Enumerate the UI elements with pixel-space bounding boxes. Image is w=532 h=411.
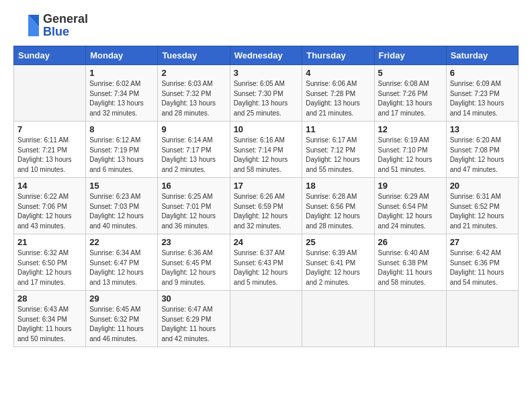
calendar-cell	[302, 291, 374, 347]
calendar-cell: 13Sunrise: 6:20 AM Sunset: 7:08 PM Dayli…	[446, 122, 518, 178]
calendar-table: SundayMondayTuesdayWednesdayThursdayFrid…	[13, 46, 519, 347]
cell-content: Sunrise: 6:43 AM Sunset: 6:34 PM Dayligh…	[17, 305, 82, 344]
cell-content: Sunrise: 6:45 AM Sunset: 6:32 PM Dayligh…	[89, 305, 154, 344]
cell-content: Sunrise: 6:20 AM Sunset: 7:08 PM Dayligh…	[450, 136, 515, 175]
cell-content: Sunrise: 6:05 AM Sunset: 7:30 PM Dayligh…	[234, 79, 299, 118]
calendar-cell: 28Sunrise: 6:43 AM Sunset: 6:34 PM Dayli…	[14, 291, 86, 347]
day-number: 12	[378, 124, 443, 134]
calendar-header: SundayMondayTuesdayWednesdayThursdayFrid…	[14, 46, 519, 65]
day-number: 11	[306, 124, 370, 134]
cell-content: Sunrise: 6:28 AM Sunset: 6:56 PM Dayligh…	[306, 192, 370, 231]
calendar-cell: 25Sunrise: 6:39 AM Sunset: 6:41 PM Dayli…	[302, 234, 374, 291]
cell-content: Sunrise: 6:22 AM Sunset: 7:06 PM Dayligh…	[17, 192, 82, 231]
day-number: 7	[17, 124, 82, 134]
calendar-body: 1Sunrise: 6:02 AM Sunset: 7:34 PM Daylig…	[14, 65, 519, 347]
day-header-wednesday: Wednesday	[230, 46, 302, 65]
day-header-saturday: Saturday	[446, 46, 518, 65]
logo-text-general: General	[43, 12, 88, 26]
day-number: 27	[450, 237, 515, 247]
calendar-cell: 24Sunrise: 6:37 AM Sunset: 6:43 PM Dayli…	[230, 234, 302, 291]
calendar-cell	[14, 65, 86, 122]
day-number: 16	[161, 181, 226, 191]
cell-content: Sunrise: 6:19 AM Sunset: 7:10 PM Dayligh…	[378, 136, 443, 175]
calendar-cell: 11Sunrise: 6:17 AM Sunset: 7:12 PM Dayli…	[302, 122, 374, 178]
calendar-week-1: 1Sunrise: 6:02 AM Sunset: 7:34 PM Daylig…	[14, 65, 519, 122]
day-number: 21	[17, 237, 82, 247]
calendar-cell: 18Sunrise: 6:28 AM Sunset: 6:56 PM Dayli…	[302, 178, 374, 234]
calendar-cell	[446, 291, 518, 347]
day-number: 26	[378, 237, 443, 247]
cell-content: Sunrise: 6:34 AM Sunset: 6:47 PM Dayligh…	[89, 248, 154, 287]
day-header-sunday: Sunday	[14, 46, 86, 65]
calendar-cell: 7Sunrise: 6:11 AM Sunset: 7:21 PM Daylig…	[14, 122, 86, 178]
calendar-cell: 2Sunrise: 6:03 AM Sunset: 7:32 PM Daylig…	[158, 65, 230, 122]
logo-text-blue: Blue	[43, 25, 69, 38]
cell-content: Sunrise: 6:37 AM Sunset: 6:43 PM Dayligh…	[234, 248, 299, 287]
cell-content: Sunrise: 6:29 AM Sunset: 6:54 PM Dayligh…	[378, 192, 443, 231]
day-header-friday: Friday	[374, 46, 446, 65]
day-number: 6	[450, 68, 515, 78]
cell-content: Sunrise: 6:40 AM Sunset: 6:38 PM Dayligh…	[378, 248, 443, 287]
day-number: 23	[161, 237, 226, 247]
day-number: 29	[89, 293, 154, 304]
cell-content: Sunrise: 6:08 AM Sunset: 7:26 PM Dayligh…	[378, 79, 443, 118]
calendar-cell: 15Sunrise: 6:23 AM Sunset: 7:03 PM Dayli…	[86, 178, 158, 234]
day-header-tuesday: Tuesday	[158, 46, 230, 65]
calendar-cell: 17Sunrise: 6:26 AM Sunset: 6:59 PM Dayli…	[230, 178, 302, 234]
cell-content: Sunrise: 6:39 AM Sunset: 6:41 PM Dayligh…	[306, 248, 370, 287]
calendar-week-3: 14Sunrise: 6:22 AM Sunset: 7:06 PM Dayli…	[14, 178, 519, 234]
day-number: 28	[17, 293, 82, 304]
cell-content: Sunrise: 6:26 AM Sunset: 6:59 PM Dayligh…	[234, 192, 299, 231]
calendar-cell: 12Sunrise: 6:19 AM Sunset: 7:10 PM Dayli…	[374, 122, 446, 178]
page-header: GeneralBlue	[13, 12, 519, 39]
calendar-cell: 23Sunrise: 6:36 AM Sunset: 6:45 PM Dayli…	[158, 234, 230, 291]
day-number: 24	[234, 237, 299, 247]
calendar-cell: 26Sunrise: 6:40 AM Sunset: 6:38 PM Dayli…	[374, 234, 446, 291]
cell-content: Sunrise: 6:42 AM Sunset: 6:36 PM Dayligh…	[450, 248, 515, 287]
cell-content: Sunrise: 6:23 AM Sunset: 7:03 PM Dayligh…	[89, 192, 154, 231]
calendar-cell: 16Sunrise: 6:25 AM Sunset: 7:01 PM Dayli…	[158, 178, 230, 234]
cell-content: Sunrise: 6:06 AM Sunset: 7:28 PM Dayligh…	[306, 79, 370, 118]
calendar-cell: 8Sunrise: 6:12 AM Sunset: 7:19 PM Daylig…	[86, 122, 158, 178]
day-number: 13	[450, 124, 515, 134]
calendar-cell: 20Sunrise: 6:31 AM Sunset: 6:52 PM Dayli…	[446, 178, 518, 234]
day-number: 10	[234, 124, 299, 134]
day-number: 18	[306, 181, 370, 191]
days-of-week-row: SundayMondayTuesdayWednesdayThursdayFrid…	[14, 46, 519, 65]
day-number: 19	[378, 181, 443, 191]
calendar-week-5: 28Sunrise: 6:43 AM Sunset: 6:34 PM Dayli…	[14, 291, 519, 347]
cell-content: Sunrise: 6:11 AM Sunset: 7:21 PM Dayligh…	[17, 136, 82, 175]
calendar-week-2: 7Sunrise: 6:11 AM Sunset: 7:21 PM Daylig…	[14, 122, 519, 178]
day-number: 20	[450, 181, 515, 191]
calendar-cell	[230, 291, 302, 347]
calendar-cell: 22Sunrise: 6:34 AM Sunset: 6:47 PM Dayli…	[86, 234, 158, 291]
cell-content: Sunrise: 6:25 AM Sunset: 7:01 PM Dayligh…	[161, 192, 226, 231]
calendar-cell: 3Sunrise: 6:05 AM Sunset: 7:30 PM Daylig…	[230, 65, 302, 122]
calendar-cell: 9Sunrise: 6:14 AM Sunset: 7:17 PM Daylig…	[158, 122, 230, 178]
cell-content: Sunrise: 6:09 AM Sunset: 7:23 PM Dayligh…	[450, 79, 515, 118]
cell-content: Sunrise: 6:12 AM Sunset: 7:19 PM Dayligh…	[89, 136, 154, 175]
day-number: 5	[378, 68, 443, 78]
day-number: 1	[89, 68, 154, 78]
calendar-cell	[374, 291, 446, 347]
day-number: 9	[161, 124, 226, 134]
day-number: 2	[161, 68, 226, 78]
calendar-cell: 14Sunrise: 6:22 AM Sunset: 7:06 PM Dayli…	[14, 178, 86, 234]
day-number: 17	[234, 181, 299, 191]
day-header-thursday: Thursday	[302, 46, 374, 65]
day-number: 25	[306, 237, 370, 247]
day-number: 8	[89, 124, 154, 134]
calendar-cell: 6Sunrise: 6:09 AM Sunset: 7:23 PM Daylig…	[446, 65, 518, 122]
day-number: 4	[306, 68, 370, 78]
cell-content: Sunrise: 6:02 AM Sunset: 7:34 PM Dayligh…	[89, 79, 154, 118]
logo-svg	[13, 12, 40, 39]
cell-content: Sunrise: 6:31 AM Sunset: 6:52 PM Dayligh…	[450, 192, 515, 231]
day-number: 22	[89, 237, 154, 247]
calendar-cell: 5Sunrise: 6:08 AM Sunset: 7:26 PM Daylig…	[374, 65, 446, 122]
cell-content: Sunrise: 6:03 AM Sunset: 7:32 PM Dayligh…	[161, 79, 226, 118]
calendar-cell: 30Sunrise: 6:47 AM Sunset: 6:29 PM Dayli…	[158, 291, 230, 347]
calendar-cell: 10Sunrise: 6:16 AM Sunset: 7:14 PM Dayli…	[230, 122, 302, 178]
cell-content: Sunrise: 6:16 AM Sunset: 7:14 PM Dayligh…	[234, 136, 299, 175]
calendar-cell: 19Sunrise: 6:29 AM Sunset: 6:54 PM Dayli…	[374, 178, 446, 234]
calendar-cell: 29Sunrise: 6:45 AM Sunset: 6:32 PM Dayli…	[86, 291, 158, 347]
